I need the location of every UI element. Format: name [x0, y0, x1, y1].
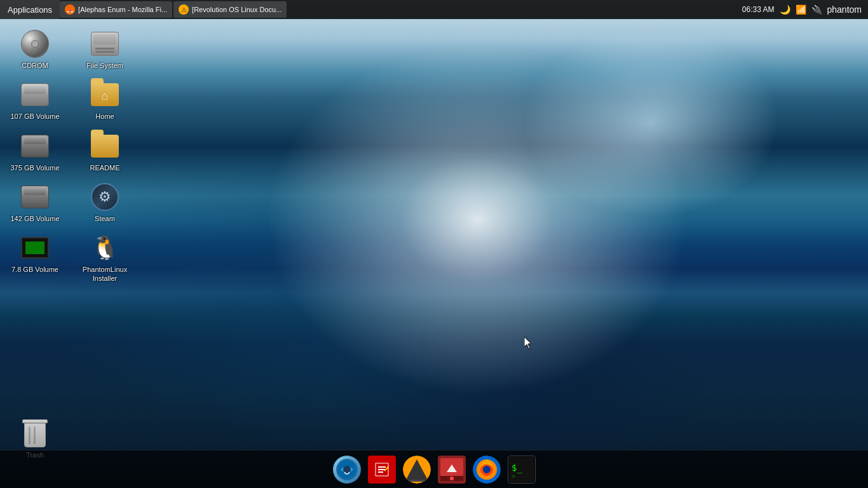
task-revolution-label: [Revolution OS Linux Docu...: [192, 6, 281, 13]
phantomlinux-icon-img: 🐧: [90, 233, 120, 263]
vlc-icon: [403, 456, 431, 484]
hdd-sm-graphic-2: [21, 186, 49, 208]
home-folder-graphic: [91, 83, 119, 106]
dock-installer[interactable]: [436, 454, 468, 485]
weather-icon: 🌙: [780, 4, 790, 15]
filesystem-label: File System: [86, 61, 123, 70]
steam-icon-img: ⚙: [90, 182, 120, 212]
dock-firefox[interactable]: [471, 454, 503, 485]
tux-graphic: 🐧: [91, 234, 119, 262]
phantomlinux-icon[interactable]: 🐧 PhantomLinux Installer: [76, 229, 133, 287]
panel-time: 06:33 AM: [742, 5, 775, 14]
volume-142-icon-img: [20, 182, 50, 212]
taskbar: $_ >: [0, 450, 868, 488]
dock-thunderbird[interactable]: [331, 454, 363, 485]
hdd-sm-graphic: [21, 135, 49, 158]
trash-lid: [22, 419, 48, 423]
firefox-task-icon: 🦊: [65, 4, 75, 15]
green-screen-graphic: [21, 237, 49, 259]
thunderbird-icon: [333, 456, 361, 484]
dock-terminal[interactable]: $_ >: [506, 454, 538, 485]
dock-vlc[interactable]: [401, 454, 433, 485]
trash-graphic: [22, 419, 48, 447]
filesystem-icon[interactable]: File System: [76, 25, 133, 73]
steam-label: Steam: [95, 214, 115, 223]
folder-graphic: [91, 135, 119, 158]
desktop-column-1: CDROM 107 GB Volume 375 GB Volume 142 GB…: [6, 25, 64, 277]
volume-142-icon[interactable]: 142 GB Volume: [6, 179, 64, 226]
volume-107-icon-img: [20, 79, 50, 110]
cd-graphic: [21, 30, 49, 58]
task-firefox-label: [Alephas Enum - Mozilla Fi...: [78, 6, 167, 13]
home-icon-img: [90, 79, 120, 110]
volume-78-icon-img: [20, 233, 50, 263]
readme-label: README: [90, 163, 119, 172]
trash-body: [24, 423, 46, 447]
terminal-icon: $_ >: [508, 456, 536, 484]
cdrom-label: CDROM: [22, 61, 48, 70]
filesystem-graphic: [91, 32, 119, 56]
volume-375-label: 375 GB Volume: [10, 163, 59, 172]
steam-graphic: ⚙: [91, 183, 119, 211]
panel-left: Applications 🦊 [Alephas Enum - Mozilla F…: [0, 0, 736, 19]
network-icon: 📶: [796, 4, 806, 15]
power-icon: 🔌: [811, 4, 822, 15]
trash-icon-img: [20, 418, 50, 449]
panel-right: 06:33 AM 🌙 📶 🔌 phantom: [736, 4, 868, 15]
readme-icon[interactable]: README: [76, 128, 133, 175]
svg-text:$_: $_: [512, 463, 522, 473]
phantomlinux-label: PhantomLinux Installer: [79, 265, 130, 283]
cdrom-icon[interactable]: CDROM: [6, 25, 64, 73]
warning-task-icon: ⚠: [179, 4, 189, 15]
dock-filezilla[interactable]: [366, 454, 398, 485]
volume-78-icon[interactable]: 7.8 GB Volume: [6, 229, 64, 277]
volume-107-label: 107 GB Volume: [10, 112, 59, 121]
firefox-icon: [473, 456, 501, 484]
svg-point-17: [483, 466, 491, 473]
installer-icon: [438, 456, 466, 484]
volume-375-icon[interactable]: 375 GB Volume: [6, 128, 64, 175]
steam-icon[interactable]: ⚙ Steam: [76, 179, 133, 226]
home-icon[interactable]: Home: [76, 76, 133, 124]
username-label: phantom: [827, 4, 862, 15]
volume-78-label: 7.8 GB Volume: [11, 265, 58, 274]
filesystem-icon-img: [90, 29, 120, 59]
home-label: Home: [95, 112, 114, 121]
cdrom-icon-img: [20, 29, 50, 59]
top-panel: Applications 🦊 [Alephas Enum - Mozilla F…: [0, 0, 868, 19]
applications-menu[interactable]: Applications: [0, 0, 60, 19]
volume-107-icon[interactable]: 107 GB Volume: [6, 76, 64, 124]
filezilla-icon: [368, 456, 396, 484]
svg-text:>: >: [512, 473, 515, 480]
desktop-column-2: File System Home README ⚙ Steam 🐧 Phanto…: [76, 25, 133, 287]
volume-142-label: 142 GB Volume: [10, 214, 59, 223]
volume-375-icon-img: [20, 131, 50, 161]
hdd-graphic: [21, 83, 49, 106]
readme-icon-img: [90, 131, 120, 161]
panel-tasks: 🦊 [Alephas Enum - Mozilla Fi... ⚠ [Revol…: [60, 1, 736, 18]
task-revolution[interactable]: ⚠ [Revolution OS Linux Docu...: [173, 1, 287, 18]
svg-point-13: [450, 477, 454, 480]
svg-rect-8: [408, 480, 426, 482]
task-firefox[interactable]: 🦊 [Alephas Enum - Mozilla Fi...: [60, 1, 172, 18]
